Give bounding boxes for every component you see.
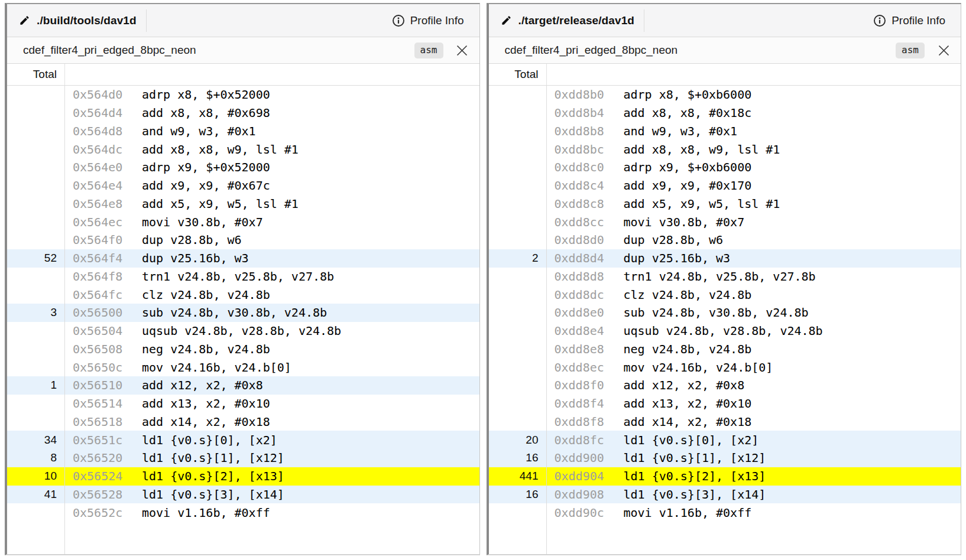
asm-row[interactable]: 0xdd8e4 uqsub v24.8b, v28.8b, v24.8b xyxy=(489,322,961,340)
instruction-address: 0x5651c xyxy=(73,431,142,449)
profile-info-button[interactable]: Profile Info xyxy=(392,14,464,27)
asm-row[interactable]: 0x564f0 dup v28.8b, w6 xyxy=(7,231,479,249)
asm-row[interactable]: 0x564ec movi v30.8b, #0x7 xyxy=(7,213,479,231)
instruction-text: ld1 {v0.s}[2], [x13] xyxy=(624,467,766,486)
instruction-address: 0x564f4 xyxy=(73,249,142,268)
asm-row[interactable]: 0xdd8e8 neg v24.8b, v24.8b xyxy=(489,340,961,359)
total-column-header: Total xyxy=(489,64,547,85)
close-button[interactable] xyxy=(455,43,470,58)
instruction-address: 0xdd8b4 xyxy=(555,104,624,122)
instruction-address: 0x56510 xyxy=(73,376,142,395)
asm-row[interactable]: 0xdd90c movi v1.16b, #0xff xyxy=(489,503,961,522)
asm-row[interactable]: 0xdd8c4 add x9, x9, #0x170 xyxy=(489,177,961,195)
asm-row[interactable]: 0xdd8e0 sub v24.8b, v30.8b, v24.8b xyxy=(489,304,961,322)
asm-badge[interactable]: asm xyxy=(896,43,925,58)
close-button[interactable] xyxy=(936,43,951,58)
instruction-address: 0xdd8d8 xyxy=(555,268,624,286)
asm-rows: 0x564d0 adrp x8, $+0x52000 0x564d4 add x… xyxy=(7,86,479,554)
asm-row[interactable]: 20 0xdd8fc ld1 {v0.s}[0], [x2] xyxy=(489,431,961,449)
total-count: 441 xyxy=(489,467,547,486)
asm-row[interactable]: 1 0x56510 add x12, x2, #0x8 xyxy=(7,376,479,395)
asm-row[interactable]: 16 0xdd900 ld1 {v0.s}[1], [x12] xyxy=(489,449,961,467)
asm-row[interactable]: 0xdd8f0 add x12, x2, #0x8 xyxy=(489,376,961,395)
total-count xyxy=(7,395,65,413)
asm-row[interactable]: 0x564e4 add x9, x9, #0x67c xyxy=(7,177,479,195)
x-icon xyxy=(455,43,469,58)
instruction-text: add x12, x2, #0x8 xyxy=(624,376,745,395)
asm-row[interactable]: 0x56518 add x14, x2, #0x18 xyxy=(7,413,479,431)
instruction-text: ld1 {v0.s}[1], [x12] xyxy=(142,449,284,467)
total-count xyxy=(489,231,547,249)
asm-row[interactable]: 0xdd8b0 adrp x8, $+0xb6000 xyxy=(489,86,961,104)
instruction-text: add x13, x2, #0x10 xyxy=(142,395,270,413)
function-header: cdef_filter4_pri_edged_8bpc_neon asm xyxy=(489,37,961,64)
instruction-address: 0x564d8 xyxy=(73,122,142,141)
asm-row[interactable]: 0xdd8cc movi v30.8b, #0x7 xyxy=(489,213,961,231)
total-count xyxy=(7,340,65,359)
pencil-icon[interactable] xyxy=(501,15,512,26)
asm-row[interactable]: 0xdd8b8 and w9, w3, #0x1 xyxy=(489,122,961,141)
total-count xyxy=(489,177,547,195)
instruction-address: 0xdd8ec xyxy=(555,358,624,376)
asm-row[interactable]: 0xdd8ec mov v24.16b, v24.b[0] xyxy=(489,358,961,376)
asm-row[interactable]: 34 0x5651c ld1 {v0.s}[0], [x2] xyxy=(7,431,479,449)
instruction-address: 0x56518 xyxy=(73,413,142,431)
total-count: 10 xyxy=(7,467,65,486)
asm-row[interactable]: 2 0xdd8d4 dup v25.16b, w3 xyxy=(489,249,961,268)
asm-row[interactable]: 10 0x56524 ld1 {v0.s}[2], [x13] xyxy=(7,467,479,486)
asm-row[interactable]: 0xdd8dc clz v24.8b, v24.8b xyxy=(489,285,961,304)
asm-row[interactable]: 0x564d8 and w9, w3, #0x1 xyxy=(7,122,479,141)
asm-row[interactable]: 52 0x564f4 dup v25.16b, w3 xyxy=(7,249,479,268)
asm-row[interactable]: 0xdd8d0 dup v28.8b, w6 xyxy=(489,231,961,249)
function-header: cdef_filter4_pri_edged_8bpc_neon asm xyxy=(7,37,479,64)
asm-row[interactable]: 0x564fc clz v24.8b, v24.8b xyxy=(7,285,479,304)
asm-row[interactable]: 0xdd8d8 trn1 v24.8b, v25.8b, v27.8b xyxy=(489,268,961,286)
asm-badge[interactable]: asm xyxy=(414,43,443,58)
total-count xyxy=(7,268,65,286)
instruction-address: 0xdd8c8 xyxy=(555,195,624,213)
total-count xyxy=(489,122,547,141)
asm-row[interactable]: 0x564e0 adrp x9, $+0x52000 xyxy=(7,158,479,177)
instruction-address: 0x56508 xyxy=(73,340,142,359)
asm-row[interactable]: 441 0xdd904 ld1 {v0.s}[2], [x13] xyxy=(489,467,961,486)
pencil-icon[interactable] xyxy=(19,15,30,26)
total-count: 2 xyxy=(489,249,547,268)
asm-row[interactable]: 0x56508 neg v24.8b, v24.8b xyxy=(7,340,479,359)
asm-row[interactable]: 0xdd8b4 add x8, x8, #0x18c xyxy=(489,104,961,122)
asm-row[interactable]: 0x56514 add x13, x2, #0x10 xyxy=(7,395,479,413)
asm-row[interactable]: 0x564d0 adrp x8, $+0x52000 xyxy=(7,86,479,104)
asm-row[interactable]: 0xdd8bc add x8, x8, w9, lsl #1 xyxy=(489,140,961,158)
asm-row[interactable]: 0xdd8c0 adrp x9, $+0xb6000 xyxy=(489,158,961,177)
asm-row[interactable]: 0x564dc add x8, x8, w9, lsl #1 xyxy=(7,140,479,158)
asm-row[interactable]: 0x5652c movi v1.16b, #0xff xyxy=(7,503,479,522)
asm-row[interactable]: 0xdd8c8 add x5, x9, w5, lsl #1 xyxy=(489,195,961,213)
assembly-compare-view: ./build/tools/dav1d Profile Info cdef_fi… xyxy=(0,0,966,560)
instruction-text: add x14, x2, #0x18 xyxy=(624,413,752,431)
asm-row[interactable]: 8 0x56520 ld1 {v0.s}[1], [x12] xyxy=(7,449,479,467)
instruction-address: 0xdd8b0 xyxy=(555,86,624,104)
asm-row[interactable]: 0xdd8f8 add x14, x2, #0x18 xyxy=(489,413,961,431)
asm-row[interactable]: 16 0xdd908 ld1 {v0.s}[3], [x14] xyxy=(489,486,961,504)
total-count xyxy=(489,195,547,213)
info-circle-icon xyxy=(873,14,886,27)
asm-row[interactable]: 0x564d4 add x8, x8, #0x698 xyxy=(7,104,479,122)
asm-row[interactable]: 0x56504 uqsub v24.8b, v28.8b, v24.8b xyxy=(7,322,479,340)
instruction-address: 0x564d4 xyxy=(73,104,142,122)
asm-row[interactable]: 41 0x56528 ld1 {v0.s}[3], [x14] xyxy=(7,486,479,504)
total-count xyxy=(489,158,547,177)
asm-row[interactable]: 0xdd8f4 add x13, x2, #0x10 xyxy=(489,395,961,413)
instruction-text: neg v24.8b, v24.8b xyxy=(624,340,752,359)
asm-row[interactable]: 0x564e8 add x5, x9, w5, lsl #1 xyxy=(7,195,479,213)
asm-row[interactable]: 3 0x56500 sub v24.8b, v30.8b, v24.8b xyxy=(7,304,479,322)
instruction-address: 0x56524 xyxy=(73,467,142,486)
asm-row[interactable]: 0x564f8 trn1 v24.8b, v25.8b, v27.8b xyxy=(7,268,479,286)
instruction-text: dup v25.16b, w3 xyxy=(624,249,731,268)
panel-toolbar: ./target/release/dav1d Profile Info xyxy=(489,4,961,37)
binary-path-label: ./target/release/dav1d xyxy=(518,14,635,27)
instruction-address: 0xdd8dc xyxy=(555,285,624,304)
asm-row[interactable]: 0x5650c mov v24.16b, v24.b[0] xyxy=(7,358,479,376)
instruction-text: add x8, x8, #0x698 xyxy=(142,104,270,122)
total-count xyxy=(489,395,547,413)
instruction-text: add x8, x8, #0x18c xyxy=(624,104,752,122)
profile-info-button[interactable]: Profile Info xyxy=(873,14,945,27)
